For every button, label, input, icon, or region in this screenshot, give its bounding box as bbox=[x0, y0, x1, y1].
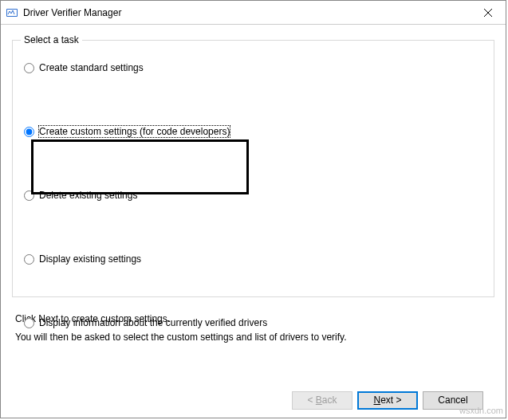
content-area: Select a task Create standard settings C… bbox=[1, 25, 506, 418]
label-create-standard[interactable]: Create standard settings bbox=[39, 62, 144, 73]
radio-create-custom[interactable] bbox=[24, 127, 34, 137]
option-row-display-info[interactable]: Display information about the currently … bbox=[24, 315, 486, 331]
option-row-delete-existing[interactable]: Delete existing settings bbox=[24, 187, 486, 203]
groupbox-legend: Select a task bbox=[21, 34, 82, 45]
radio-display-existing[interactable] bbox=[24, 254, 34, 265]
dialog-window: Driver Verifier Manager Select a task Cr… bbox=[0, 0, 506, 418]
next-button[interactable]: Next > bbox=[357, 391, 418, 410]
radio-display-info[interactable] bbox=[24, 318, 34, 328]
option-row-create-custom[interactable]: Create custom settings (for code develop… bbox=[24, 124, 486, 139]
titlebar: Driver Verifier Manager bbox=[1, 1, 506, 25]
label-create-custom[interactable]: Create custom settings (for code develop… bbox=[39, 126, 230, 137]
app-icon bbox=[6, 6, 18, 19]
cancel-button[interactable]: Cancel bbox=[423, 391, 483, 410]
option-row-display-existing[interactable]: Display existing settings bbox=[24, 251, 486, 267]
label-display-existing[interactable]: Display existing settings bbox=[39, 253, 141, 265]
close-icon bbox=[484, 9, 492, 17]
task-groupbox: Select a task Create standard settings C… bbox=[12, 34, 494, 297]
close-button[interactable] bbox=[470, 1, 506, 24]
radio-delete-existing[interactable] bbox=[24, 190, 34, 201]
option-row-create-standard[interactable]: Create standard settings bbox=[24, 60, 486, 76]
label-display-info[interactable]: Display information about the currently … bbox=[39, 317, 267, 328]
button-bar: < Back Next > Cancel bbox=[12, 383, 494, 418]
label-delete-existing[interactable]: Delete existing settings bbox=[39, 190, 137, 201]
window-title: Driver Verifier Manager bbox=[23, 7, 470, 18]
back-button: < Back bbox=[292, 391, 352, 410]
radio-create-standard[interactable] bbox=[24, 63, 34, 73]
